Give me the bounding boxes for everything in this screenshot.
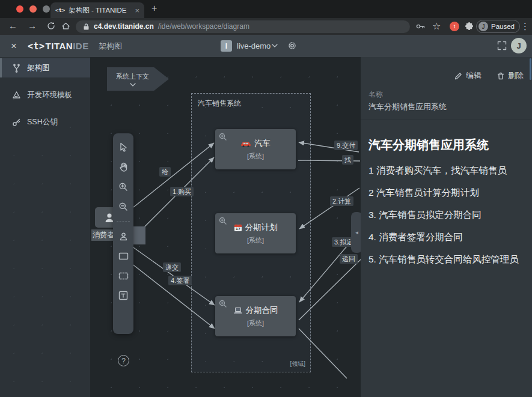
chevron-down-icon[interactable]: [272, 44, 278, 47]
key-icon: [12, 118, 21, 127]
edge-label: 1.购买: [170, 187, 194, 196]
node-name: 分期计划: [245, 222, 278, 233]
logo-main: TITAN: [46, 41, 73, 52]
url-path: /ide/web/workspace/diagram: [158, 22, 249, 31]
app-close-icon[interactable]: ×: [11, 40, 17, 52]
app-header: × <t> TITAN IDE 架构图 I live-demo J: [0, 35, 532, 57]
select-cursor-tool[interactable]: [117, 141, 130, 154]
extension-badge-icon[interactable]: t: [450, 22, 459, 31]
extensions-puzzle-icon[interactable]: [465, 22, 474, 31]
titanide-logo: <t> TITAN IDE: [28, 41, 89, 52]
delete-button[interactable]: 删除: [497, 70, 524, 81]
zoom-in-node-icon[interactable]: [219, 133, 227, 141]
name-field-label: 名称: [368, 89, 383, 100]
settings-gear-icon[interactable]: [287, 41, 297, 50]
sidebar-item-dev-template[interactable]: 开发环境模板: [0, 85, 90, 105]
edit-button[interactable]: 编辑: [454, 70, 482, 81]
traffic-close-button[interactable]: [16, 5, 23, 13]
doc-step: 5. 汽车销售员转交合同给风控管理员: [368, 253, 526, 266]
sidebar-item-label: 开发环境模板: [27, 90, 72, 100]
calendar-icon: 17: [234, 223, 242, 232]
browser-tab-strip: <t> 架构图 - TITANIDE × +: [0, 0, 532, 18]
diagram-canvas[interactable]: 系统上下文 汽车销售系统 [领域]: [90, 57, 361, 397]
panel-divider: [361, 119, 532, 120]
sidebar-item-label: 架构图: [27, 63, 50, 73]
panel-scrollbar-thumb[interactable]: [530, 58, 531, 80]
template-icon: [12, 91, 21, 100]
tool-palette: [113, 133, 133, 334]
detail-panel: 编辑 删除 名称 汽车分期销售应用系统 汽车分期销售应用系统 1 消费者购买汽车…: [361, 57, 532, 397]
tab-close-icon[interactable]: ×: [135, 6, 139, 15]
delete-button-label: 删除: [508, 70, 524, 81]
trash-icon: [497, 72, 504, 80]
edge-label: 递回: [340, 254, 358, 264]
add-boundary-tool[interactable]: [117, 269, 130, 282]
doc-step: 2 汽车销售员计算分期计划: [368, 186, 526, 199]
node-car-system[interactable]: 汽车 [系统]: [215, 129, 296, 169]
laptop-icon: [233, 307, 243, 314]
browser-menu-kebab-icon[interactable]: ⋮: [521, 21, 530, 32]
help-icon[interactable]: ?: [118, 355, 129, 366]
edit-button-label: 编辑: [466, 70, 482, 81]
user-avatar[interactable]: J: [511, 38, 527, 53]
doc-step: 4. 消费者签署分期合同: [368, 231, 526, 244]
edge-label: 递交: [163, 262, 181, 272]
panel-collapse-handle[interactable]: ◄: [351, 212, 361, 253]
traffic-minimize-button[interactable]: [29, 5, 37, 13]
add-person-tool[interactable]: [117, 229, 130, 243]
password-key-icon[interactable]: [416, 23, 425, 30]
doc-step: 3. 汽车销售员拟定分期合同: [368, 208, 526, 222]
sidebar-item-ssh-key[interactable]: SSH公钥: [0, 112, 90, 132]
new-tab-button[interactable]: +: [151, 3, 157, 14]
traffic-zoom-button[interactable]: [43, 5, 50, 13]
zoom-in-node-icon[interactable]: [219, 217, 227, 225]
titanide-favicon-icon: <t>: [55, 7, 65, 13]
context-selector-label: 系统上下文: [116, 72, 149, 81]
profile-status: Paused: [491, 23, 515, 30]
profile-avatar: J: [478, 22, 488, 31]
node-type: [系统]: [247, 236, 264, 245]
lock-icon: [83, 23, 90, 31]
name-field-value: 汽车分期销售应用系统: [368, 102, 447, 112]
node-type: [系统]: [247, 152, 264, 161]
tab-title: 架构图 - TITANIDE: [69, 6, 131, 15]
bookmark-star-icon[interactable]: ☆: [432, 20, 441, 32]
edge-label: 2.计算: [330, 196, 353, 206]
node-installment-plan[interactable]: 17 分期计划 [系统]: [215, 213, 296, 253]
logo-mark: <t>: [28, 41, 45, 52]
add-rectangle-tool[interactable]: [117, 249, 130, 262]
reload-icon[interactable]: [47, 22, 55, 30]
header-doc-title: 架构图: [99, 41, 122, 52]
address-bar[interactable]: c4.dev.titanide.cn /ide/web/workspace/di…: [76, 20, 410, 33]
forward-icon[interactable]: →: [28, 20, 37, 31]
fullscreen-icon[interactable]: [497, 41, 507, 50]
logo-sub: IDE: [73, 41, 89, 52]
browser-tab[interactable]: <t> 架构图 - TITANIDE ×: [50, 2, 144, 18]
sidebar: 架构图 开发环境模板 SSH公钥: [0, 57, 90, 397]
workspace-badge[interactable]: I: [221, 40, 232, 52]
pencil-icon: [454, 72, 462, 80]
home-icon[interactable]: [61, 22, 70, 31]
main-area: 架构图 开发环境模板 SSH公钥 系统上下文 汽车销售系统 [领域]: [0, 57, 532, 397]
palette-divider: [117, 221, 130, 222]
node-installment-contract[interactable]: 分期合同 [系统]: [215, 296, 296, 336]
doc-steps: 1 消费者购买汽车，找汽车销售员 2 汽车销售员计算分期计划 3. 汽车销售员拟…: [368, 164, 526, 266]
edge-label: 给: [159, 167, 171, 177]
pan-hand-tool[interactable]: [117, 160, 130, 174]
zoom-in-node-icon[interactable]: [219, 300, 227, 308]
zoom-out-tool[interactable]: [117, 200, 130, 213]
browser-profile-button[interactable]: J Paused: [476, 20, 520, 33]
edge-label: 4.签署: [168, 276, 192, 285]
sidebar-item-diagram[interactable]: 架构图: [0, 58, 90, 77]
zoom-in-tool[interactable]: [117, 180, 130, 193]
edge-label: 9.交付: [334, 141, 358, 150]
back-icon[interactable]: ←: [8, 20, 17, 31]
node-type: [系统]: [247, 319, 264, 328]
doc-step: 1 消费者购买汽车，找汽车销售员: [368, 164, 526, 177]
sidebar-item-label: SSH公钥: [27, 117, 58, 127]
add-text-tool[interactable]: [117, 289, 130, 302]
workspace-selector[interactable]: live-demo: [237, 41, 271, 50]
selection-anchor: [133, 226, 145, 244]
node-name: 汽车: [254, 138, 271, 149]
doc-title: 汽车分期销售应用系统: [368, 137, 489, 153]
